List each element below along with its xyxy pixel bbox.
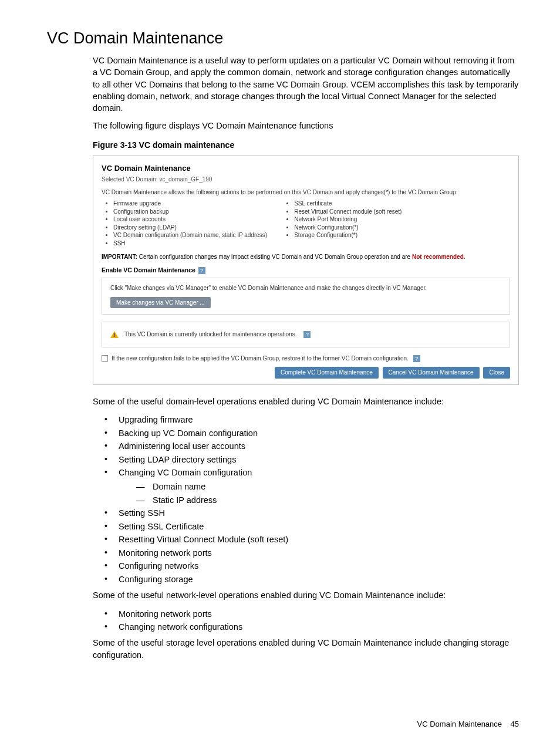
- make-changes-box: Click "Make changes via VC Manager" to e…: [102, 278, 510, 315]
- list-item: Administering local user accounts: [104, 440, 519, 453]
- list-item: Configuration backup: [113, 208, 267, 216]
- list-item: Changing VC Domain configuration Domain …: [104, 466, 519, 507]
- help-icon[interactable]: ?: [198, 267, 205, 274]
- panel-heading: VC Domain Maintenance: [102, 163, 510, 174]
- enable-maintenance-label: Enable VC Domain Maintenance: [102, 266, 195, 274]
- restore-config-label: If the new configuration fails to be app…: [112, 355, 409, 363]
- network-ops-list: Monitoring network ports Changing networ…: [104, 607, 519, 634]
- unlocked-status-text: This VC Domain is currently unlocked for…: [124, 330, 296, 339]
- list-item: VC Domain configuration (Domain name, st…: [113, 231, 267, 239]
- domain-ops-intro: Some of the useful domain-level operatio…: [93, 396, 519, 407]
- cancel-maintenance-button[interactable]: Cancel VC Domain Maintenance: [383, 367, 480, 379]
- restore-config-row: If the new configuration fails to be app…: [102, 355, 510, 363]
- list-item: Static IP address: [136, 494, 519, 507]
- list-item: Storage Configuration(*): [294, 231, 402, 239]
- intro-paragraph: VC Domain Maintenance is a useful way to…: [93, 55, 519, 114]
- list-item: Setting SSH: [104, 507, 519, 519]
- help-icon[interactable]: ?: [303, 331, 311, 338]
- list-item: Reset Virtual Connect module (soft reset…: [294, 208, 402, 216]
- intro-paragraph-2: The following figure displays VC Domain …: [93, 120, 519, 131]
- footer-section-label: VC Domain Maintenance: [417, 720, 502, 728]
- page-footer: VC Domain Maintenance 45: [417, 720, 519, 728]
- list-item: Monitoring network ports: [104, 546, 519, 559]
- panel-footer-buttons: Complete VC Domain Maintenance Cancel VC…: [102, 367, 510, 379]
- domain-ops-list: Upgrading firmware Backing up VC Domain …: [104, 413, 519, 586]
- actions-list-right: SSL certificate Reset Virtual Connect mo…: [294, 200, 402, 247]
- enable-maintenance-row: Enable VC Domain Maintenance ?: [102, 266, 510, 275]
- panel-description: VC Domain Maintenance allows the followi…: [102, 188, 510, 197]
- list-item: Firmware upgrade: [113, 200, 267, 208]
- unlocked-status-box: This VC Domain is currently unlocked for…: [102, 322, 510, 347]
- list-item: Setting LDAP directory settings: [104, 453, 519, 466]
- actions-list-left: Firmware upgrade Configuration backup Lo…: [113, 200, 267, 247]
- list-item: Resetting Virtual Connect Module (soft r…: [104, 533, 519, 546]
- figure-caption: Figure 3-13 VC domain maintenance: [93, 140, 519, 150]
- complete-maintenance-button[interactable]: Complete VC Domain Maintenance: [275, 367, 379, 379]
- list-item: SSL certificate: [294, 200, 402, 208]
- make-changes-text: Click "Make changes via VC Manager" to e…: [110, 284, 501, 292]
- list-item: Directory setting (LDAP): [113, 224, 267, 232]
- list-item: Domain name: [136, 480, 519, 493]
- selected-domain-label: Selected VC Domain: vc_domain_GF_190: [102, 175, 510, 184]
- vc-domain-maintenance-panel: VC Domain Maintenance Selected VC Domain…: [93, 156, 519, 385]
- close-button[interactable]: Close: [483, 367, 510, 379]
- list-item: Configuring networks: [104, 559, 519, 572]
- list-item: Network Port Monitoring: [294, 215, 402, 224]
- list-item: SSH: [113, 239, 267, 248]
- page-title: VC Domain Maintenance: [47, 29, 519, 48]
- page-number: 45: [511, 720, 519, 728]
- list-item: Setting SSL Certificate: [104, 520, 519, 533]
- list-item: Monitoring network ports: [104, 607, 519, 620]
- make-changes-button[interactable]: Make changes via VC Manager ...: [110, 297, 211, 309]
- list-item: Network Configuration(*): [294, 224, 402, 232]
- list-item: Configuring storage: [104, 573, 519, 586]
- help-icon[interactable]: ?: [413, 355, 420, 362]
- warning-icon: [110, 331, 119, 338]
- storage-ops-text: Some of the useful storage level operati…: [93, 637, 519, 661]
- list-item: Backing up VC Domain configuration: [104, 427, 519, 440]
- list-item: Upgrading firmware: [104, 413, 519, 426]
- list-item: Local user accounts: [113, 215, 267, 224]
- restore-config-checkbox[interactable]: [102, 355, 108, 362]
- list-item: Changing network configurations: [104, 620, 519, 633]
- network-ops-intro: Some of the useful network-level operati…: [93, 589, 519, 601]
- important-note: IMPORTANT: Certain configuration changes…: [102, 253, 510, 261]
